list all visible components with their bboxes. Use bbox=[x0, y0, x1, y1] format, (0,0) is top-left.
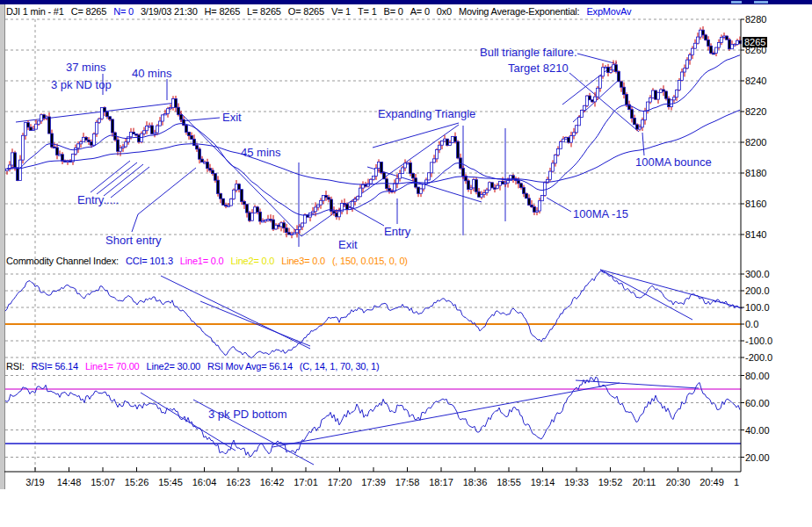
candle-body bbox=[710, 46, 713, 53]
time-axis-label: 17:01 bbox=[294, 477, 318, 487]
candle-body bbox=[507, 181, 510, 184]
candle-body bbox=[249, 213, 251, 220]
candle-body bbox=[359, 188, 362, 197]
candle-body bbox=[33, 129, 35, 130]
candle-body bbox=[602, 68, 605, 76]
candle-body bbox=[122, 147, 125, 148]
annotation-45-mins[interactable]: 45 mins bbox=[241, 146, 281, 159]
cci-axis-label: 300.0 bbox=[745, 269, 770, 279]
candle-body bbox=[172, 98, 175, 107]
candle-body bbox=[178, 107, 180, 114]
candle-body bbox=[170, 107, 172, 108]
candle-body bbox=[101, 107, 104, 119]
candle-body bbox=[581, 110, 584, 117]
candle-body bbox=[686, 60, 689, 69]
candle-body bbox=[715, 47, 718, 54]
annotation-3-pk-pd-bottom[interactable]: 3 pk PD bottom bbox=[208, 408, 287, 421]
status-segment: L= 8265 bbox=[247, 6, 281, 17]
candle-body bbox=[420, 189, 423, 193]
candle-body bbox=[660, 90, 663, 92]
candle-body bbox=[520, 184, 523, 188]
annotation-target-8210[interactable]: Target 8210 bbox=[508, 61, 569, 75]
candle-body bbox=[11, 153, 14, 165]
candle-body bbox=[462, 169, 465, 177]
annotation-entry[interactable]: Entry bbox=[384, 225, 410, 238]
time-axis-label: 17:20 bbox=[328, 477, 352, 487]
candle-body bbox=[594, 97, 597, 102]
candle-body bbox=[352, 201, 354, 207]
candle-body bbox=[312, 212, 315, 213]
annotation-40-mins[interactable]: 40 mins bbox=[132, 67, 172, 80]
candle-body bbox=[40, 115, 43, 121]
candle-body bbox=[19, 160, 22, 180]
status-segment: 0x0 bbox=[437, 6, 452, 17]
candle-body bbox=[502, 181, 504, 184]
time-axis-label: 19:52 bbox=[598, 477, 623, 487]
candle-body bbox=[599, 76, 602, 89]
candle-body bbox=[149, 126, 151, 126]
trendline bbox=[180, 112, 301, 236]
candle-body bbox=[143, 131, 146, 134]
status-segment: C= 8265 bbox=[71, 6, 107, 17]
candle-body bbox=[399, 174, 402, 179]
time-axis-label: 17:58 bbox=[395, 477, 420, 487]
status-segment: B= 0 bbox=[384, 6, 403, 17]
candle-body bbox=[222, 199, 225, 205]
candle-body bbox=[278, 225, 280, 227]
candle-body bbox=[162, 115, 164, 121]
rsi-header-segment: Line2= 30.00 bbox=[146, 361, 200, 372]
candle-body bbox=[533, 207, 536, 213]
candle-body bbox=[531, 205, 533, 206]
candle-body bbox=[204, 162, 207, 163]
page-number: 1 bbox=[734, 477, 739, 487]
candle-body bbox=[196, 146, 199, 149]
candle-body bbox=[294, 233, 296, 234]
annotation-short-entry[interactable]: Short entry bbox=[105, 234, 162, 247]
candle-body bbox=[320, 200, 323, 205]
candle-body bbox=[652, 90, 655, 97]
candle-body bbox=[689, 55, 692, 61]
candle-body bbox=[88, 140, 91, 141]
candle-body bbox=[325, 195, 328, 197]
cci-header-segment: (, 150, 0.015, 0, 0) bbox=[332, 256, 408, 266]
annotation-37-mins[interactable]: 37 mins bbox=[66, 61, 106, 74]
candle-body bbox=[120, 148, 122, 151]
candle-body bbox=[470, 188, 473, 190]
rsi-header-segment: RSI: bbox=[6, 361, 25, 372]
price-axis-label: 8160 bbox=[745, 199, 766, 209]
annotation-3-pk-nd-top[interactable]: 3 pk ND top bbox=[51, 78, 112, 91]
trendline bbox=[642, 133, 644, 155]
candle-body bbox=[193, 139, 196, 145]
candle-body bbox=[723, 36, 726, 38]
annotation-entry[interactable]: Entry..... bbox=[77, 193, 119, 206]
candle-body bbox=[663, 90, 665, 91]
annotation-expanding-triangle[interactable]: Expanding Triangle bbox=[378, 107, 475, 120]
cci-header-segment: Commodity Channel Index: bbox=[6, 256, 119, 266]
annotation-exit[interactable]: Exit bbox=[338, 238, 358, 251]
candle-body bbox=[354, 199, 357, 201]
candle-body bbox=[610, 70, 613, 73]
candle-body bbox=[642, 120, 644, 127]
candle-body bbox=[280, 223, 283, 227]
annotation-bull-triangle-failure[interactable]: Bull triangle failure. bbox=[480, 46, 577, 59]
annotation-exit[interactable]: Exit bbox=[222, 111, 242, 124]
candle-body bbox=[167, 109, 170, 114]
candle-body bbox=[225, 205, 228, 206]
candle-body bbox=[481, 195, 483, 198]
candle-body bbox=[272, 220, 275, 229]
candle-body bbox=[288, 233, 291, 235]
annotation-100ma-bounce[interactable]: 100MA bounce bbox=[635, 155, 712, 169]
candle-body bbox=[304, 215, 307, 223]
candle-body bbox=[317, 205, 320, 207]
rsi-trendline bbox=[141, 393, 236, 451]
candle-body bbox=[676, 90, 678, 97]
candle-body bbox=[433, 159, 436, 162]
trendline bbox=[104, 164, 143, 196]
candle-body bbox=[552, 163, 555, 171]
candle-body bbox=[560, 142, 562, 149]
annotation-100ma-15[interactable]: 100MA -15 bbox=[573, 207, 628, 220]
candle-body bbox=[301, 223, 304, 227]
candle-body bbox=[694, 43, 697, 48]
rsi-header-segment: RSI Mov Avg= 56.14 bbox=[207, 361, 293, 372]
candle-body bbox=[573, 133, 576, 136]
